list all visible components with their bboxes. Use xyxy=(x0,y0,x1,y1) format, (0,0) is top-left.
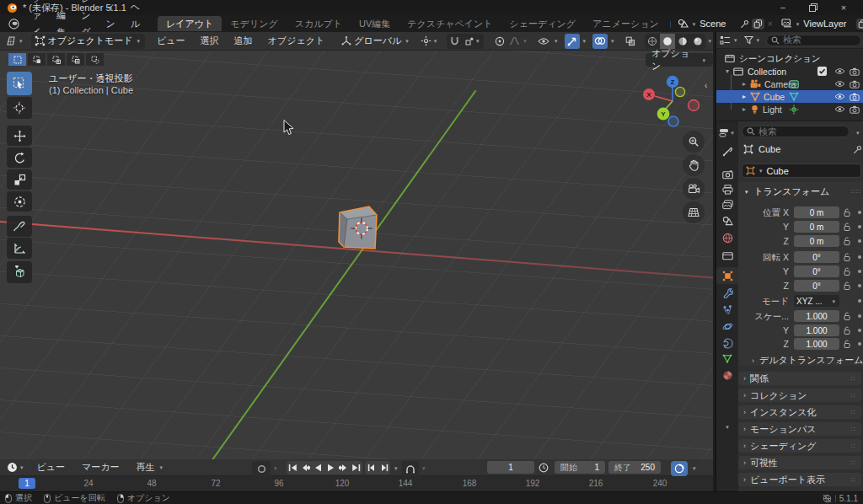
shading-wireframe-button[interactable] xyxy=(645,34,660,49)
editor-type-selector[interactable]: ▾ xyxy=(5,35,24,46)
extensions-offline-icon[interactable] xyxy=(823,494,832,503)
tool-transform[interactable] xyxy=(7,191,32,212)
auto-keying-toggle[interactable] xyxy=(252,461,271,476)
pin-icon[interactable] xyxy=(740,19,749,29)
animate-dot[interactable] xyxy=(858,299,861,303)
select-mode-intersect[interactable] xyxy=(86,53,104,66)
expand-chevron-icon[interactable]: ▸ xyxy=(740,80,748,88)
transform-panel-header[interactable]: ▾ トランスフォーム ∷∷ xyxy=(743,185,861,198)
frame-end-field[interactable]: 終了 250 xyxy=(608,461,661,474)
tab-object-active[interactable] xyxy=(716,267,738,284)
animate-dot[interactable] xyxy=(858,314,861,318)
timeline-menu-marker[interactable]: マーカー xyxy=(82,461,120,474)
panel-grip-icon[interactable]: ∷∷ xyxy=(851,188,861,196)
eye-icon[interactable] xyxy=(834,105,845,113)
navigation-gizmo[interactable]: Z X Y xyxy=(641,71,703,133)
preview-range-toggle[interactable] xyxy=(402,461,419,476)
menu-object[interactable]: オブジェクト xyxy=(268,35,325,47)
scale-z-field[interactable]: 1.000 xyxy=(794,338,839,350)
panel-grip-icon[interactable]: ∷ xyxy=(851,409,856,416)
jump-to-start-button[interactable] xyxy=(287,461,299,475)
shading-material-button[interactable] xyxy=(675,34,690,49)
outliner-row-scene-collection[interactable]: シーンコレクション xyxy=(716,52,863,65)
workspace-tab-uv[interactable]: UV編集 xyxy=(351,16,399,31)
menu-select[interactable]: 選択 xyxy=(201,35,219,47)
properties-search-input[interactable]: 検索 xyxy=(742,126,850,137)
tool-measure[interactable] xyxy=(7,238,32,259)
expand-chevron-icon[interactable]: ▸ xyxy=(740,93,748,100)
toggle-grid-button[interactable] xyxy=(683,201,705,223)
animate-dot[interactable] xyxy=(858,225,861,228)
frame-start-field[interactable]: 開始 1 xyxy=(555,461,605,474)
filter-chevron-icon[interactable]: ▾ xyxy=(855,130,861,136)
animate-dot[interactable] xyxy=(858,270,861,273)
tool-add-cube[interactable] xyxy=(7,261,32,283)
mode-selector[interactable]: オブジェクトモード ▾ xyxy=(31,34,146,49)
lock-icon[interactable] xyxy=(843,251,851,263)
timeline-editor-selector[interactable]: ▾ xyxy=(7,462,25,473)
loc-z-field[interactable]: 0 m xyxy=(794,235,839,247)
animate-dot[interactable] xyxy=(858,329,861,332)
lock-icon[interactable] xyxy=(843,235,851,247)
workspace-tab-rendering[interactable]: レ xyxy=(667,16,671,31)
app-menu-icon[interactable] xyxy=(0,19,24,29)
tab-scene[interactable] xyxy=(716,212,738,229)
expand-chevron-icon[interactable]: ▸ xyxy=(740,105,748,113)
workspace-tab-sculpt[interactable]: スカルプト xyxy=(287,16,351,31)
eye-icon[interactable] xyxy=(834,80,845,88)
rotation-mode-dropdown[interactable]: XYZ ... ▾ xyxy=(794,295,839,307)
properties-editor-selector[interactable]: ▾ xyxy=(716,124,738,141)
select-mode-extend[interactable] xyxy=(47,53,65,66)
lock-icon[interactable] xyxy=(843,265,851,277)
outliner-row-light[interactable]: ▸ Light xyxy=(716,103,863,115)
tab-constraints[interactable] xyxy=(716,335,738,351)
animate-dot[interactable] xyxy=(858,342,861,346)
eye-icon[interactable] xyxy=(834,93,845,100)
lock-icon[interactable] xyxy=(843,206,851,218)
section-motion-paths[interactable]: ›モーションパス∷ xyxy=(738,422,861,436)
tab-output[interactable] xyxy=(716,181,738,198)
prev-keyframe-button[interactable] xyxy=(299,461,312,475)
keying-set-button[interactable] xyxy=(671,461,688,476)
section-relations[interactable]: ›関係∷ xyxy=(738,372,861,385)
snap-target-selector[interactable]: ▾ xyxy=(462,34,484,49)
tab-collection[interactable] xyxy=(716,247,738,264)
select-mode-tweak[interactable] xyxy=(8,53,26,66)
play-button[interactable] xyxy=(324,461,337,475)
lock-icon[interactable] xyxy=(843,324,851,336)
tab-world[interactable] xyxy=(716,229,738,246)
outliner-row-cube-selected[interactable]: ▸ Cube xyxy=(716,90,863,103)
tab-material[interactable] xyxy=(716,367,738,383)
tab-view-layer[interactable] xyxy=(716,196,738,213)
render-visibility-icon[interactable] xyxy=(850,105,860,114)
outliner-row-collection[interactable]: ▾ Collection xyxy=(716,65,863,78)
section-instancing[interactable]: ›インスタンス化∷ xyxy=(738,405,861,419)
tab-object-data[interactable] xyxy=(716,350,738,367)
rot-z-field[interactable]: 0° xyxy=(794,280,839,292)
tab-tool[interactable] xyxy=(716,142,738,159)
section-visibility[interactable]: ›可視性∷ xyxy=(738,456,861,469)
shading-rendered-button[interactable] xyxy=(690,34,705,49)
tool-annotate[interactable] xyxy=(7,216,32,237)
minimize-button[interactable]: − xyxy=(770,0,796,15)
new-scene-button[interactable] xyxy=(752,19,764,29)
panel-grip-icon[interactable]: ∷ xyxy=(851,459,856,467)
lock-icon[interactable] xyxy=(843,310,851,322)
render-visibility-icon[interactable] xyxy=(850,93,860,101)
scale-y-field[interactable]: 1.000 xyxy=(794,324,839,336)
workspace-tab-layout[interactable]: レイアウト xyxy=(158,16,222,31)
overlays-toggle[interactable] xyxy=(592,34,608,49)
select-mode-new[interactable] xyxy=(28,53,46,66)
section-collections[interactable]: ›コレクション∷ xyxy=(738,389,861,402)
viewlayer-selector[interactable]: ▾ ViewLayer × xyxy=(781,19,863,29)
maximize-button[interactable] xyxy=(801,0,826,15)
workspace-tab-shading[interactable]: シェーディング xyxy=(501,16,585,31)
loc-x-field[interactable]: 0 m xyxy=(794,206,839,218)
lock-icon[interactable] xyxy=(843,280,851,292)
panel-grip-icon[interactable]: ∷ xyxy=(851,426,856,433)
tool-scale[interactable] xyxy=(7,169,32,190)
animate-dot[interactable] xyxy=(858,211,861,214)
outliner-row-camera[interactable]: ▸ Camera xyxy=(716,78,863,90)
panel-grip-icon[interactable]: ∷ xyxy=(851,476,856,484)
outliner-search-input[interactable]: 検索 xyxy=(766,35,861,46)
